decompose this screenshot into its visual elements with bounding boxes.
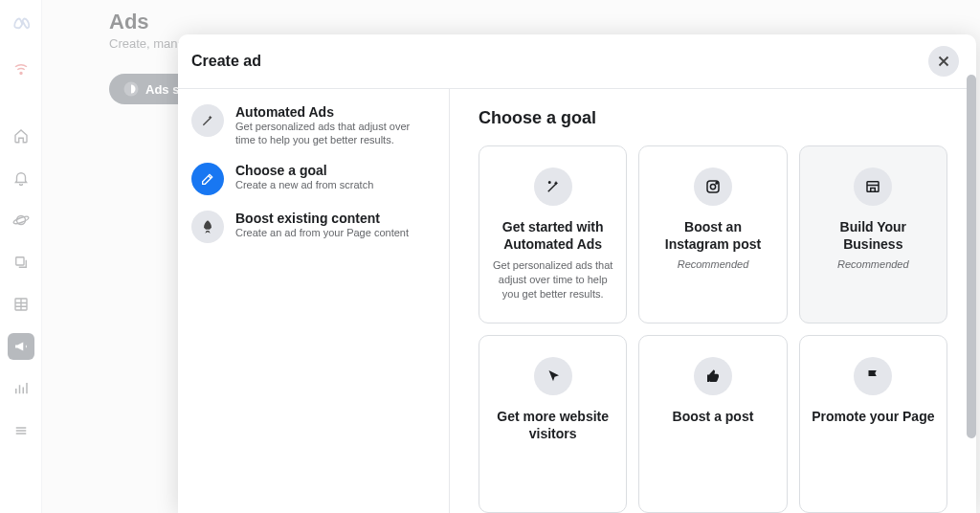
storefront-icon — [854, 167, 892, 206]
close-button[interactable] — [928, 46, 959, 77]
goal-card-title: Get started with Automated Ads — [491, 219, 614, 253]
goal-card-title: Get more website visitors — [491, 409, 614, 442]
nav-item-desc: Create an ad from your Page content — [235, 226, 412, 239]
nav-item-desc: Get personalized ads that adjust over ti… — [235, 120, 432, 147]
flag-icon — [854, 357, 892, 395]
goal-card-title: Boost an Instagram post — [651, 219, 774, 253]
nav-item-label: Automated Ads — [235, 104, 432, 120]
cursor-icon — [534, 357, 572, 395]
modal-title: Create ad — [191, 53, 261, 70]
goal-boost-instagram[interactable]: Boost an Instagram post Recommended — [638, 145, 787, 323]
nav-item-label: Choose a goal — [235, 163, 377, 178]
modal-content: Choose a goal Get started with Automated… — [450, 89, 976, 513]
wand-icon — [191, 104, 224, 137]
instagram-icon — [694, 167, 732, 206]
rocket-icon — [191, 211, 224, 243]
svg-point-6 — [548, 182, 550, 184]
goal-card-title: Promote your Page — [812, 409, 934, 426]
goal-website-visitors[interactable]: Get more website visitors — [479, 335, 627, 513]
goal-card-recommended: Recommended — [837, 258, 909, 270]
svg-rect-10 — [867, 182, 879, 192]
thumbs-up-icon — [694, 357, 732, 395]
scrollbar[interactable] — [967, 75, 976, 438]
modal-header: Create ad — [178, 34, 976, 89]
goal-build-business[interactable]: Build Your Business Recommended — [799, 145, 947, 323]
svg-point-8 — [710, 184, 715, 189]
goal-promote-page[interactable]: Promote your Page — [799, 335, 947, 513]
nav-automated-ads[interactable]: Automated Ads Get personalized ads that … — [186, 97, 437, 155]
goal-card-recommended: Recommended — [678, 258, 749, 270]
goal-card-grid: Get started with Automated Ads Get perso… — [479, 145, 947, 513]
create-ad-modal: Create ad Automated Ads Get personalized… — [178, 34, 976, 513]
edit-icon — [191, 163, 224, 195]
close-icon — [935, 53, 952, 70]
svg-point-9 — [716, 183, 718, 185]
modal-nav: Automated Ads Get personalized ads that … — [178, 89, 450, 513]
content-title: Choose a goal — [479, 108, 947, 128]
wand-icon — [534, 167, 572, 206]
nav-item-desc: Create a new ad from scratch — [235, 178, 377, 191]
nav-boost-existing[interactable]: Boost existing content Create an ad from… — [186, 203, 437, 251]
goal-card-title: Boost a post — [673, 409, 754, 426]
goal-card-sub: Get personalized ads that adjust over ti… — [491, 258, 614, 301]
goal-automated-ads[interactable]: Get started with Automated Ads Get perso… — [479, 145, 627, 323]
nav-item-label: Boost existing content — [235, 211, 412, 226]
nav-choose-goal[interactable]: Choose a goal Create a new ad from scrat… — [186, 155, 437, 203]
goal-card-title: Build Your Business — [812, 219, 935, 253]
goal-boost-post[interactable]: Boost a post — [638, 335, 787, 513]
